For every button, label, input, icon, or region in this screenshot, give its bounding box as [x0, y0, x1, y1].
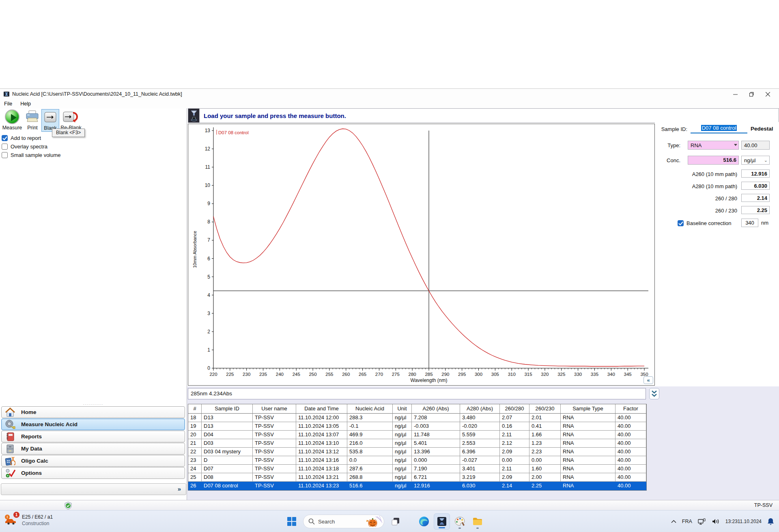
restore-button[interactable]: [743, 89, 760, 99]
svg-text:1: 1: [207, 347, 210, 353]
chevron-up-icon: [671, 520, 676, 523]
table-cell: 7.208: [412, 414, 460, 422]
sample-id-input[interactable]: D07 08 control: [691, 124, 747, 133]
sidebar-item-home[interactable]: Home: [1, 406, 185, 418]
edge-browser-button[interactable]: [416, 513, 432, 530]
type-dropdown[interactable]: RNA: [688, 141, 739, 150]
reports-icon: [5, 431, 15, 442]
svg-text:340: 340: [607, 372, 615, 377]
table-cell: 288.3: [347, 414, 393, 422]
expand-readout-button[interactable]: [649, 388, 659, 399]
print-button[interactable]: Print: [24, 109, 41, 132]
table-row[interactable]: 21D03TP-SSV11.10.2024 13:10216.0ng/µl5.4…: [188, 439, 646, 448]
volume-tray-button[interactable]: [712, 518, 720, 525]
show-hidden-icons-button[interactable]: [671, 520, 676, 523]
table-cell: 535.8: [347, 448, 393, 456]
table-row[interactable]: 20D04TP-SSV11.10.2024 13:07469.9ng/µl11.…: [188, 431, 646, 439]
table-cell: 11.10.2024 13:05: [296, 422, 347, 431]
svg-text:10mm Absorbance: 10mm Absorbance: [192, 231, 197, 268]
table-cell: 40.00: [615, 482, 646, 490]
table-cell: ng/µl: [393, 456, 412, 465]
table-cell: 0.0: [347, 456, 393, 465]
table-cell: 40.00: [615, 414, 646, 422]
table-cell: 11.10.2024 13:10: [296, 439, 347, 448]
tape-measure-icon: [5, 419, 15, 430]
sidebar-item-measure-nucleic-acid[interactable]: Measure Nucleic Acid: [1, 418, 185, 430]
menu-help[interactable]: Help: [16, 100, 35, 107]
table-cell: 6.030: [460, 482, 500, 490]
table-cell: 3.219: [460, 473, 500, 482]
search-placeholder: Search: [318, 519, 335, 525]
sidebar-footer: »: [1, 483, 186, 495]
sidebar-item-options[interactable]: Options: [1, 467, 185, 479]
minimize-button[interactable]: [727, 89, 743, 99]
network-tray-button[interactable]: [698, 518, 706, 525]
sidebar-item-reports[interactable]: Reports: [1, 431, 185, 442]
table-row[interactable]: 18D13TP-SSV11.10.2024 12:00288.3ng/µl7.2…: [188, 414, 646, 422]
splitter-grip[interactable]: ··········: [71, 403, 116, 405]
overlay-spectra-checkbox[interactable]: Overlay spectra: [2, 143, 47, 150]
sidebar-expander[interactable]: »: [178, 485, 181, 492]
table-row[interactable]: 22D03 04 mysteryTP-SSV11.10.2024 13:1253…: [188, 448, 646, 456]
table-cell: 6.396: [460, 448, 500, 456]
svg-text:7: 7: [207, 237, 210, 243]
table-cell: ng/µl: [393, 482, 412, 490]
search-box[interactable]: Search: [303, 515, 384, 528]
table-row[interactable]: 25D08TP-SSV11.10.2024 13:21268.8ng/µl6.7…: [188, 473, 646, 482]
table-cell: 2.14: [500, 482, 529, 490]
language-indicator[interactable]: FRA: [682, 519, 692, 524]
small-sample-volume-checkbox[interactable]: Small sample volume: [2, 151, 61, 159]
nanodrop-app-button[interactable]: [434, 513, 450, 530]
table-cell: RNA: [561, 465, 615, 473]
column-header: User name: [253, 404, 296, 414]
collapse-panel-button[interactable]: «: [643, 376, 653, 384]
table-row[interactable]: 24D07TP-SSV11.10.2024 13:18287.6ng/µl7.1…: [188, 465, 646, 473]
folder-icon: [472, 516, 483, 527]
clock[interactable]: 13:23 11.10.2024: [725, 519, 762, 525]
table-cell: 0.00: [500, 456, 529, 465]
taskbar: ! 1 E25 / E62 / a1 Construction Search: [0, 510, 779, 532]
table-row[interactable]: 23DTP-SSV11.10.2024 13:160.0ng/µl0.000-0…: [188, 456, 646, 465]
baseline-wavelength-field[interactable]: 340: [741, 219, 758, 227]
svg-text:335: 335: [591, 372, 598, 377]
a280-value: 6.030: [741, 182, 770, 190]
svg-text:225: 225: [226, 372, 234, 377]
running-app-indicator: [458, 528, 461, 529]
table-row[interactable]: 19D13TP-SSV11.10.2024 13:05-0.1ng/µl-0.0…: [188, 422, 646, 431]
svg-text:300: 300: [475, 372, 482, 377]
ratio-260-230-value: 2.25: [741, 206, 770, 214]
table-cell: 11.748: [412, 431, 460, 439]
add-to-report-checkbox[interactable]: Add to report: [2, 134, 41, 142]
sidebar-item-my-data[interactable]: My Data: [1, 443, 185, 455]
task-view-button[interactable]: [387, 513, 404, 530]
paint-app-button[interactable]: [452, 513, 468, 530]
factor-field[interactable]: 40.00: [741, 141, 770, 150]
table-cell: TP-SSV: [253, 422, 296, 431]
blank-tooltip: Blank <F3>: [52, 129, 85, 137]
table-cell: 7.190: [412, 465, 460, 473]
table-cell: 11.10.2024 13:07: [296, 431, 347, 439]
svg-text:0: 0: [207, 365, 210, 371]
notifications-button[interactable]: [767, 518, 774, 526]
widget-line1: E25 / E62 / a1: [22, 514, 53, 520]
column-header: Nucleic Acid: [347, 404, 393, 414]
measure-button[interactable]: Measure: [2, 109, 23, 132]
table-cell: 40.00: [615, 473, 646, 482]
baseline-correction-checkbox[interactable]: Baseline correction: [678, 219, 732, 227]
spectrum-chart[interactable]: 0123456789101112132202252302352402452502…: [188, 124, 655, 386]
file-explorer-button[interactable]: [469, 513, 486, 530]
table-cell: -0.003: [412, 422, 460, 431]
table-cell: D08: [202, 473, 253, 482]
column-header: #: [188, 404, 202, 414]
start-button[interactable]: [284, 513, 300, 530]
table-row[interactable]: 26D07 08 controlTP-SSV11.10.2024 13:2351…: [188, 482, 646, 490]
table-cell: D07 08 control: [202, 482, 253, 490]
sidebar-item-oligo-calc[interactable]: Oligo Calc: [1, 455, 185, 467]
close-button[interactable]: [760, 89, 776, 99]
table-cell: 11.10.2024 13:21: [296, 473, 347, 482]
app-window: Nucleic Acid [C:\Users\TP-SSV\Documents\…: [0, 88, 779, 510]
svg-text:220: 220: [209, 372, 217, 377]
taskbar-widget[interactable]: ! 1 E25 / E62 / a1 Construction: [4, 513, 53, 528]
menu-file[interactable]: File: [0, 100, 16, 107]
conc-unit-dropdown[interactable]: ng/µl⌄: [741, 156, 770, 165]
